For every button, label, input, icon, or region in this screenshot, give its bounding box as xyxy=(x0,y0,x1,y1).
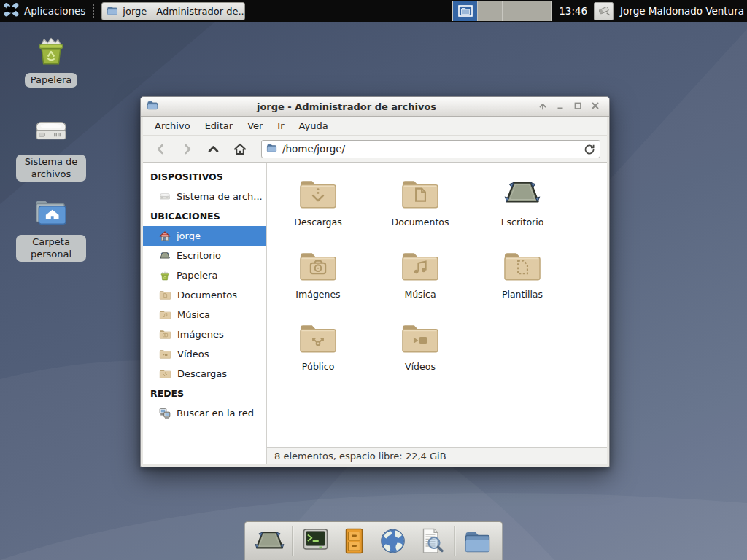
dock-item-file-cabinet[interactable] xyxy=(338,525,371,557)
close-icon xyxy=(589,100,601,114)
desktop-icon-sistema-de-archivos[interactable]: Sistema de archivos xyxy=(13,117,89,182)
show-desktop-icon xyxy=(253,527,287,556)
workspace-cell-1[interactable] xyxy=(453,1,478,21)
folder-documents-icon xyxy=(400,173,441,211)
home-button[interactable] xyxy=(228,139,251,159)
desktop-icon xyxy=(502,173,543,211)
sidebar-item-label: Música xyxy=(177,309,210,320)
dock-item-web-browser[interactable] xyxy=(377,525,409,557)
workspace-cell-4[interactable] xyxy=(527,1,552,21)
window-icon xyxy=(147,99,158,114)
desktop-icon xyxy=(159,250,171,262)
sidebar-item-label: jorge xyxy=(177,230,201,241)
top-panel: Aplicaciones jorge - Administrador de...… xyxy=(0,0,747,22)
minimize-button[interactable] xyxy=(552,99,568,114)
file-item-descargas[interactable]: Descargas xyxy=(267,170,369,242)
file-item-musica[interactable]: Música xyxy=(369,242,471,314)
maximize-icon xyxy=(572,100,584,114)
file-cabinet-icon xyxy=(340,526,369,556)
file-manager-icon xyxy=(107,4,118,18)
sidebar-header-ubicaciones: UBICACIONES xyxy=(143,206,266,226)
file-item-escritorio[interactable]: Escritorio xyxy=(471,170,573,242)
taskbar-window-button[interactable]: jorge - Administrador de... xyxy=(101,2,245,20)
panel-grip[interactable] xyxy=(93,4,97,18)
folder-music-icon xyxy=(159,309,171,320)
status-bar: 8 elementos, espacio libre: 22,4 GiB xyxy=(267,447,607,464)
sidebar-item-label: Papelera xyxy=(177,270,217,281)
workspace-cell-3[interactable] xyxy=(503,1,527,21)
applications-menu[interactable]: Aplicaciones xyxy=(0,0,93,22)
file-item-label: Plantillas xyxy=(502,289,543,300)
workspace-pager[interactable] xyxy=(452,1,552,21)
sidebar-item-sistema-de-arch[interactable]: Sistema de arch... xyxy=(143,187,266,206)
file-item-plantillas[interactable]: Plantillas xyxy=(471,242,573,314)
file-item-imagenes[interactable]: Imágenes xyxy=(267,242,369,314)
file-item-label: Documentos xyxy=(392,217,449,228)
file-item-videos[interactable]: Vídeos xyxy=(369,314,471,386)
menu-ver[interactable]: Ver xyxy=(240,117,270,134)
sidebar-item-jorge[interactable]: jorge xyxy=(143,226,266,246)
bottom-dock xyxy=(244,521,503,560)
workspace-cell-2[interactable] xyxy=(478,1,503,21)
folder-documents-icon xyxy=(159,289,171,300)
sidebar-item-imagenes[interactable]: Imágenes xyxy=(143,324,266,344)
desktop-icon-carpeta-personal[interactable]: Carpeta personal xyxy=(13,197,89,262)
sidebar-header-dispositivos: DISPOSITIVOS xyxy=(143,167,266,187)
file-item-label: Público xyxy=(302,361,335,372)
dock-item-file-search[interactable] xyxy=(416,525,448,557)
sidebar-item-label: Escritorio xyxy=(177,250,221,261)
xfce-logo-icon xyxy=(4,2,19,20)
places-sidebar: DISPOSITIVOS Sistema de arch...UBICACION… xyxy=(143,163,267,464)
path-text: /home/jorge/ xyxy=(282,143,345,155)
up-button[interactable] xyxy=(202,139,225,159)
sidebar-item-label: Descargas xyxy=(177,368,227,379)
sidebar-item-papelera[interactable]: Papelera xyxy=(143,265,266,285)
sidebar-item-label: Imágenes xyxy=(177,329,224,340)
user-menu-button[interactable] xyxy=(594,2,614,20)
close-button[interactable] xyxy=(587,99,603,114)
menu-archivo[interactable]: Archivo xyxy=(147,117,198,134)
file-item-label: Vídeos xyxy=(405,361,436,372)
folder-music-icon xyxy=(400,245,441,283)
sidebar-item-videos[interactable]: Vídeos xyxy=(143,344,266,364)
dock-item-terminal[interactable] xyxy=(300,525,332,557)
dock-item-show-desktop[interactable] xyxy=(254,525,286,557)
sidebar-item-label: Sistema de arch... xyxy=(177,191,263,202)
sidebar-item-descargas[interactable]: Descargas xyxy=(143,364,266,384)
desktop-icon-label: Papelera xyxy=(25,73,77,88)
maximize-button[interactable] xyxy=(570,99,586,114)
clock[interactable]: 13:46 xyxy=(559,5,587,17)
file-item-label: Escritorio xyxy=(501,217,544,228)
file-item-publico[interactable]: Público xyxy=(267,314,369,386)
panel-right-area: 13:46 Jorge Maldonado Ventura xyxy=(452,1,747,21)
sidebar-item-musica[interactable]: Música xyxy=(143,305,266,324)
sidebar-item-label: Buscar en la red xyxy=(177,408,254,419)
menu-editar[interactable]: Editar xyxy=(198,117,241,134)
location-bar[interactable]: /home/jorge/ xyxy=(261,140,600,158)
sidebar-item-escritorio[interactable]: Escritorio xyxy=(143,246,266,265)
window-body: DISPOSITIVOS Sistema de arch...UBICACION… xyxy=(143,163,607,464)
folder-downloads-icon xyxy=(298,173,338,211)
path-folder-icon xyxy=(266,142,277,155)
forward-button[interactable] xyxy=(176,139,198,159)
dock-item-file-manager[interactable] xyxy=(462,525,494,557)
sidebar-item-buscar-en-la-red[interactable]: Buscar en la red xyxy=(143,403,266,423)
toolbar: /home/jorge/ xyxy=(143,136,607,163)
file-grid: Descargas Documentos Escritorio Imágenes… xyxy=(267,163,607,447)
reload-icon[interactable] xyxy=(583,143,595,155)
file-manager-window: jorge - Administrador de archivos Archiv… xyxy=(140,96,610,467)
shade-button[interactable] xyxy=(535,99,551,114)
folder-pictures-icon xyxy=(298,245,338,283)
desktop-icon-papelera[interactable]: Papelera xyxy=(13,35,89,88)
minimize-icon xyxy=(554,100,566,114)
dock-separator xyxy=(293,526,293,556)
terminal-icon xyxy=(301,526,330,556)
folder-downloads-icon xyxy=(159,368,171,379)
file-item-documentos[interactable]: Documentos xyxy=(369,170,471,242)
menu-ayuda[interactable]: Ayuda xyxy=(292,117,336,134)
back-button[interactable] xyxy=(150,139,172,159)
menu-ir[interactable]: Ir xyxy=(270,117,291,134)
sidebar-item-documentos[interactable]: Documentos xyxy=(143,285,266,305)
harddrive-icon xyxy=(33,117,69,150)
window-titlebar[interactable]: jorge - Administrador de archivos xyxy=(141,97,609,117)
